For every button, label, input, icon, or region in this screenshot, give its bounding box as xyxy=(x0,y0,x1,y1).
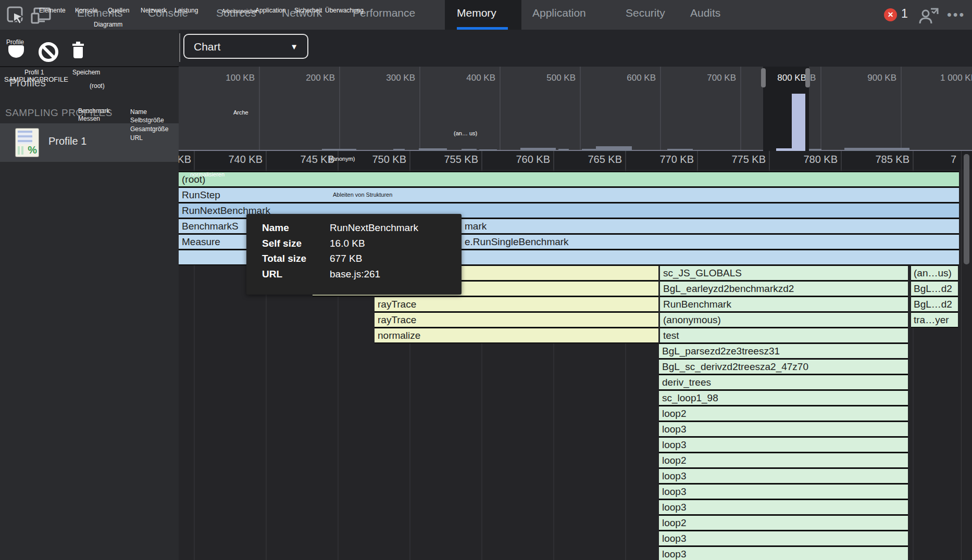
scale-tick-label: 770 KB xyxy=(610,154,694,166)
tab-application[interactable]: Application xyxy=(532,7,586,19)
record-overlay-label: Profile xyxy=(6,39,24,46)
overview-tick-label: 900 KB xyxy=(818,73,896,83)
overview-tick-label: 400 KB xyxy=(417,73,495,83)
flame-box[interactable] xyxy=(375,313,658,327)
record-profile-button[interactable] xyxy=(8,45,24,58)
flame-box-label: sc_JS_GLOBALS xyxy=(663,266,742,280)
inspect-element-icon[interactable] xyxy=(6,6,25,24)
topbar-overlay-label: Konsole xyxy=(75,7,97,14)
flame-row: BgL_parsezd2ze3treesz31 xyxy=(179,344,962,358)
flame-box[interactable] xyxy=(660,328,908,342)
flame-box[interactable] xyxy=(659,469,908,483)
flame-box-label: loop3 xyxy=(662,547,687,560)
sampling-overlay-label: SAMPLINGPROFILE xyxy=(4,75,68,83)
selection-handle-left[interactable] xyxy=(761,68,766,87)
view-mode-select[interactable]: Chart ▼ xyxy=(183,34,308,59)
trash-icon[interactable] xyxy=(72,42,84,58)
flame-box[interactable] xyxy=(659,438,908,452)
tab-memory[interactable]: Memory xyxy=(457,7,496,19)
scale-tick-label: 785 KB xyxy=(826,154,909,166)
flame-row: loop3 xyxy=(179,531,962,545)
flame-box-label: mark xyxy=(465,219,487,233)
flame-box-label: tra…yer xyxy=(914,313,949,327)
flame-box[interactable] xyxy=(375,297,658,311)
flame-box-label: loop3 xyxy=(662,531,687,545)
flame-box-label: BenchmarkS xyxy=(182,219,239,233)
tooltip-row-label: Self size xyxy=(262,238,302,249)
overview-tick-label: 600 KB xyxy=(578,73,656,83)
flame-box[interactable] xyxy=(659,516,908,530)
selection-handle-right[interactable] xyxy=(805,68,810,87)
tooltip-row-value: 16.0 KB xyxy=(330,238,365,249)
flame-box[interactable] xyxy=(659,485,908,499)
flame-box-label: loop2 xyxy=(662,406,687,421)
tooltip-row-label: URL xyxy=(262,269,282,280)
flame-row: rayTrace(anonymous)tra…yer xyxy=(179,313,962,327)
flame-box[interactable] xyxy=(659,422,908,436)
memory-overview-timeline[interactable]: 100 KB200 KB300 KB400 KB500 KB600 KB700 … xyxy=(179,67,972,151)
tab-security[interactable]: Security xyxy=(626,7,665,19)
topbar-overlay-label: Netzwerk xyxy=(141,7,167,14)
flame-box-label: RunBenchmark xyxy=(663,297,731,311)
flame-box[interactable] xyxy=(179,172,959,186)
flame-box-label: RunStep xyxy=(182,188,220,202)
overview-tick-label: 700 KB xyxy=(658,73,736,83)
flame-row: loop3 xyxy=(179,485,962,499)
topbar-overlay-label: Diagramm xyxy=(94,21,122,28)
flame-row: loop3 xyxy=(179,500,962,514)
scrollbar-track xyxy=(961,151,962,560)
scale-tick-label: 765 KB xyxy=(539,154,622,166)
flame-box-label: sc_loop1_98 xyxy=(662,391,718,405)
flame-box-label: normalize xyxy=(378,328,420,342)
flame-box-label: loop2 xyxy=(662,453,687,467)
overview-selected-bar xyxy=(792,94,805,151)
overview-selected-tick-label: 800 KB xyxy=(728,73,806,83)
flame-row: RunStepAbleiten von Strukturen xyxy=(179,188,962,202)
devtools-window: ElementsConsoleSourcesNetworkPerformance… xyxy=(0,0,972,560)
flame-box-label: (an…us) xyxy=(914,266,952,280)
flame-box[interactable] xyxy=(659,531,908,545)
tab-audits[interactable]: Audits xyxy=(690,7,720,19)
flame-overlay-label: normalisieren xyxy=(190,171,225,177)
chevron-down-icon: ▼ xyxy=(290,35,298,59)
profile-item-label: Profile 1 xyxy=(48,135,86,147)
flame-row: loop2 xyxy=(179,453,962,467)
flame-box-label: loop3 xyxy=(662,485,687,499)
flame-box[interactable] xyxy=(659,547,908,560)
flame-row: BgL_sc_derivzd2treesza2_47z70 xyxy=(179,360,962,374)
topbar-overlay-label: Überwachung xyxy=(325,7,364,14)
tooltip-row-value: 677 KB xyxy=(330,253,362,264)
scrollbar-thumb[interactable] xyxy=(964,154,969,264)
flame-row: normalizetest xyxy=(179,328,962,342)
overflow-menu-icon[interactable]: ••• xyxy=(947,7,965,22)
scale-cursor-overlay: [(anonym) xyxy=(329,156,355,162)
overview-activity-bar xyxy=(596,146,632,151)
flamechart-scale: KB740 KB745 KB750 KB755 KB760 KB765 KB77… xyxy=(179,151,972,170)
flame-box[interactable] xyxy=(659,500,908,514)
flame-box-label: rayTrace xyxy=(378,297,416,311)
flame-box-label: (anonymous) xyxy=(663,313,721,327)
overview-clipped-tick-tail: B xyxy=(810,73,820,83)
error-count[interactable]: 1 xyxy=(901,7,908,21)
sidebar-divider xyxy=(0,66,179,67)
view-mode-value: Chart xyxy=(194,41,220,53)
flame-box[interactable] xyxy=(179,188,959,202)
flame-box-label: loop3 xyxy=(662,469,687,483)
flame-row: sc_loop1_98 xyxy=(179,391,962,405)
flame-row: deriv_trees xyxy=(179,375,962,389)
sidebar-overlay-label: Selbstgröße xyxy=(130,117,164,124)
overview-selected-bar xyxy=(776,148,792,151)
scale-gridline xyxy=(913,151,914,170)
flame-box-label: Measure xyxy=(182,235,220,249)
flame-box[interactable] xyxy=(659,453,908,467)
overview-overlay-label: Arche xyxy=(233,109,248,116)
topbar-overlay-label: Arbeitsspeicher xyxy=(222,8,258,14)
clear-icon[interactable] xyxy=(39,42,58,62)
sidebar-overlay-label: Messen xyxy=(78,115,100,122)
flamechart-tooltip: NameRunNextBenchmarkSelf size16.0 KBTota… xyxy=(246,214,462,295)
flame-box-label: e.RunSingleBenchmark xyxy=(465,235,569,249)
error-badge-icon[interactable]: ✕ xyxy=(884,8,897,21)
scale-tick-label: 775 KB xyxy=(682,154,766,166)
flame-box[interactable] xyxy=(659,406,908,421)
user-feedback-icon[interactable] xyxy=(918,7,939,24)
